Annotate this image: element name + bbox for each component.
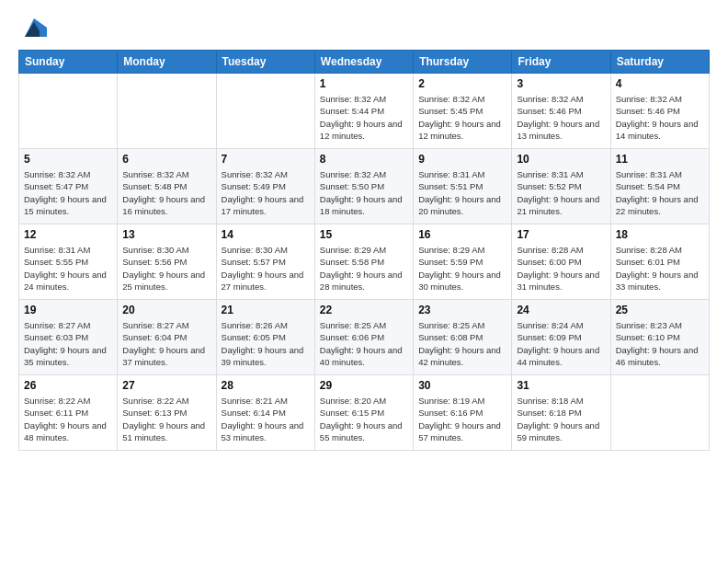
weekday-header-friday: Friday xyxy=(512,51,610,74)
day-number: 20 xyxy=(122,304,210,316)
day-info: Sunrise: 8:30 AM Sunset: 5:57 PM Dayligh… xyxy=(222,244,310,293)
calendar-cell xyxy=(216,74,314,149)
day-info: Sunrise: 8:27 AM Sunset: 6:04 PM Dayligh… xyxy=(122,319,210,368)
calendar-table: SundayMondayTuesdayWednesdayThursdayFrid… xyxy=(18,50,710,451)
calendar-cell: 1Sunrise: 8:32 AM Sunset: 5:44 PM Daylig… xyxy=(314,74,413,149)
calendar-cell: 29Sunrise: 8:20 AM Sunset: 6:15 PM Dayli… xyxy=(314,375,413,451)
day-info: Sunrise: 8:29 AM Sunset: 5:58 PM Dayligh… xyxy=(320,244,408,293)
day-number: 10 xyxy=(517,153,605,166)
day-info: Sunrise: 8:32 AM Sunset: 5:47 PM Dayligh… xyxy=(24,168,112,217)
day-info: Sunrise: 8:30 AM Sunset: 5:56 PM Dayligh… xyxy=(122,244,210,293)
calendar-cell: 21Sunrise: 8:26 AM Sunset: 6:05 PM Dayli… xyxy=(216,300,314,375)
day-number: 28 xyxy=(222,379,310,392)
weekday-header-saturday: Saturday xyxy=(610,51,709,74)
day-info: Sunrise: 8:29 AM Sunset: 5:59 PM Dayligh… xyxy=(418,244,506,293)
calendar-cell: 27Sunrise: 8:22 AM Sunset: 6:13 PM Dayli… xyxy=(118,375,216,451)
day-number: 26 xyxy=(24,379,112,392)
day-number: 24 xyxy=(517,304,605,316)
calendar-cell: 5Sunrise: 8:32 AM Sunset: 5:47 PM Daylig… xyxy=(19,149,118,224)
day-number: 31 xyxy=(517,379,605,392)
day-number: 23 xyxy=(418,304,506,316)
day-info: Sunrise: 8:26 AM Sunset: 6:05 PM Dayligh… xyxy=(222,319,310,368)
calendar-cell: 25Sunrise: 8:23 AM Sunset: 6:10 PM Dayli… xyxy=(610,300,709,375)
calendar-cell: 20Sunrise: 8:27 AM Sunset: 6:04 PM Dayli… xyxy=(118,300,216,375)
calendar-cell: 3Sunrise: 8:32 AM Sunset: 5:46 PM Daylig… xyxy=(512,74,610,149)
day-number: 7 xyxy=(222,153,310,166)
day-info: Sunrise: 8:25 AM Sunset: 6:08 PM Dayligh… xyxy=(418,319,506,368)
calendar-cell: 13Sunrise: 8:30 AM Sunset: 5:56 PM Dayli… xyxy=(118,224,216,300)
day-number: 30 xyxy=(418,379,506,392)
day-number: 11 xyxy=(616,153,704,166)
day-info: Sunrise: 8:28 AM Sunset: 6:00 PM Dayligh… xyxy=(517,244,605,293)
day-number: 21 xyxy=(222,304,310,316)
page-header xyxy=(18,15,710,40)
calendar-week-4: 19Sunrise: 8:27 AM Sunset: 6:03 PM Dayli… xyxy=(19,300,710,375)
day-number: 16 xyxy=(418,228,506,241)
day-number: 5 xyxy=(24,153,112,166)
calendar-cell: 4Sunrise: 8:32 AM Sunset: 5:46 PM Daylig… xyxy=(610,74,709,149)
day-number: 18 xyxy=(616,228,704,241)
day-number: 27 xyxy=(122,379,210,392)
day-number: 25 xyxy=(616,304,704,316)
calendar-cell: 10Sunrise: 8:31 AM Sunset: 5:52 PM Dayli… xyxy=(512,149,610,224)
day-number: 14 xyxy=(222,228,310,241)
day-info: Sunrise: 8:28 AM Sunset: 6:01 PM Dayligh… xyxy=(616,244,704,293)
logo-icon xyxy=(21,15,47,40)
day-info: Sunrise: 8:22 AM Sunset: 6:13 PM Dayligh… xyxy=(122,395,210,443)
day-number: 19 xyxy=(24,304,112,316)
calendar-cell: 30Sunrise: 8:19 AM Sunset: 6:16 PM Dayli… xyxy=(414,375,512,451)
calendar-week-2: 5Sunrise: 8:32 AM Sunset: 5:47 PM Daylig… xyxy=(19,149,710,224)
day-info: Sunrise: 8:21 AM Sunset: 6:14 PM Dayligh… xyxy=(222,395,310,443)
calendar-cell: 16Sunrise: 8:29 AM Sunset: 5:59 PM Dayli… xyxy=(414,224,512,300)
calendar-cell: 26Sunrise: 8:22 AM Sunset: 6:11 PM Dayli… xyxy=(19,375,118,451)
day-info: Sunrise: 8:31 AM Sunset: 5:52 PM Dayligh… xyxy=(517,168,605,217)
day-number: 9 xyxy=(418,153,506,166)
calendar-week-3: 12Sunrise: 8:31 AM Sunset: 5:55 PM Dayli… xyxy=(19,224,710,300)
day-number: 6 xyxy=(122,153,210,166)
calendar-cell: 7Sunrise: 8:32 AM Sunset: 5:49 PM Daylig… xyxy=(216,149,314,224)
day-info: Sunrise: 8:25 AM Sunset: 6:06 PM Dayligh… xyxy=(320,319,408,368)
day-info: Sunrise: 8:19 AM Sunset: 6:16 PM Dayligh… xyxy=(418,395,506,443)
day-number: 3 xyxy=(517,77,605,90)
calendar-cell: 15Sunrise: 8:29 AM Sunset: 5:58 PM Dayli… xyxy=(314,224,413,300)
calendar-cell xyxy=(118,74,216,149)
day-number: 13 xyxy=(122,228,210,241)
day-number: 22 xyxy=(320,304,408,316)
day-number: 29 xyxy=(320,379,408,392)
calendar-cell: 28Sunrise: 8:21 AM Sunset: 6:14 PM Dayli… xyxy=(216,375,314,451)
day-number: 15 xyxy=(320,228,408,241)
day-info: Sunrise: 8:32 AM Sunset: 5:48 PM Dayligh… xyxy=(122,168,210,217)
calendar-cell: 8Sunrise: 8:32 AM Sunset: 5:50 PM Daylig… xyxy=(314,149,413,224)
day-number: 2 xyxy=(418,77,506,90)
weekday-header-tuesday: Tuesday xyxy=(216,51,314,74)
day-info: Sunrise: 8:22 AM Sunset: 6:11 PM Dayligh… xyxy=(24,395,112,443)
calendar-cell: 18Sunrise: 8:28 AM Sunset: 6:01 PM Dayli… xyxy=(610,224,709,300)
calendar-cell: 11Sunrise: 8:31 AM Sunset: 5:54 PM Dayli… xyxy=(610,149,709,224)
calendar-cell xyxy=(610,375,709,451)
day-info: Sunrise: 8:31 AM Sunset: 5:54 PM Dayligh… xyxy=(616,168,704,217)
calendar-cell: 9Sunrise: 8:31 AM Sunset: 5:51 PM Daylig… xyxy=(414,149,512,224)
day-info: Sunrise: 8:31 AM Sunset: 5:51 PM Dayligh… xyxy=(418,168,506,217)
day-info: Sunrise: 8:32 AM Sunset: 5:50 PM Dayligh… xyxy=(320,168,408,217)
calendar-cell: 17Sunrise: 8:28 AM Sunset: 6:00 PM Dayli… xyxy=(512,224,610,300)
day-info: Sunrise: 8:31 AM Sunset: 5:55 PM Dayligh… xyxy=(24,244,112,293)
day-info: Sunrise: 8:27 AM Sunset: 6:03 PM Dayligh… xyxy=(24,319,112,368)
day-info: Sunrise: 8:32 AM Sunset: 5:49 PM Dayligh… xyxy=(222,168,310,217)
day-info: Sunrise: 8:24 AM Sunset: 6:09 PM Dayligh… xyxy=(517,319,605,368)
calendar-week-5: 26Sunrise: 8:22 AM Sunset: 6:11 PM Dayli… xyxy=(19,375,710,451)
day-info: Sunrise: 8:20 AM Sunset: 6:15 PM Dayligh… xyxy=(320,395,408,443)
calendar-cell: 14Sunrise: 8:30 AM Sunset: 5:57 PM Dayli… xyxy=(216,224,314,300)
calendar-cell: 24Sunrise: 8:24 AM Sunset: 6:09 PM Dayli… xyxy=(512,300,610,375)
day-info: Sunrise: 8:32 AM Sunset: 5:46 PM Dayligh… xyxy=(616,93,704,142)
calendar-week-1: 1Sunrise: 8:32 AM Sunset: 5:44 PM Daylig… xyxy=(19,74,710,149)
day-info: Sunrise: 8:32 AM Sunset: 5:44 PM Dayligh… xyxy=(320,93,408,142)
day-info: Sunrise: 8:32 AM Sunset: 5:45 PM Dayligh… xyxy=(418,93,506,142)
calendar-cell: 23Sunrise: 8:25 AM Sunset: 6:08 PM Dayli… xyxy=(414,300,512,375)
logo xyxy=(18,15,47,40)
day-number: 4 xyxy=(616,77,704,90)
weekday-header-row: SundayMondayTuesdayWednesdayThursdayFrid… xyxy=(19,51,710,74)
calendar-cell xyxy=(19,74,118,149)
calendar-cell: 22Sunrise: 8:25 AM Sunset: 6:06 PM Dayli… xyxy=(314,300,413,375)
day-info: Sunrise: 8:32 AM Sunset: 5:46 PM Dayligh… xyxy=(517,93,605,142)
day-number: 12 xyxy=(24,228,112,241)
